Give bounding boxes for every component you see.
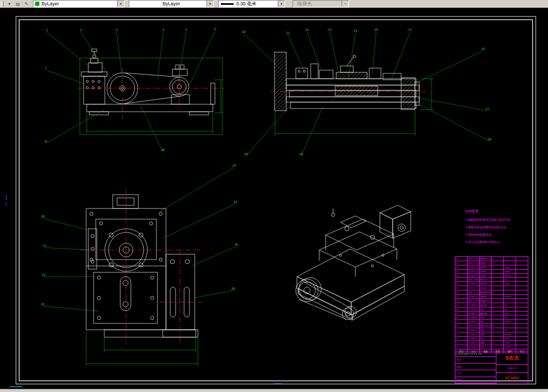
toolbar-overflow-icon[interactable]: ▾: [5, 1, 13, 7]
leader-line: [179, 32, 186, 79]
bom-cell: 20: [455, 265, 468, 269]
bom-cell: 端盖: [479, 340, 492, 345]
bom-cell: 02.M00-16: [467, 282, 479, 286]
bom-cell: 02.M00-8: [467, 315, 479, 320]
bom-cell: 21: [455, 261, 468, 265]
drawing-canvas[interactable]: 1234567830101112131415271617291819202122…: [0, 8, 548, 389]
bom-cell: [516, 257, 528, 261]
bom-cell: [516, 290, 528, 295]
balloon-number: 28: [231, 287, 235, 290]
bom-cell: Y90S-4: [467, 286, 479, 290]
bom-cell: 轴承6202: [479, 298, 492, 303]
bom-cell: 滑台: [479, 320, 492, 324]
bom-cell: 15: [455, 286, 468, 290]
bom-cell: 4: [492, 257, 504, 261]
bom-cell: 2: [492, 336, 504, 340]
color-control[interactable]: ByLayer ▼: [33, 0, 124, 7]
bom-cell: 45: [504, 303, 516, 307]
bom-cell: 8: [455, 315, 468, 320]
linetype-control[interactable]: ByLayer ▼: [129, 0, 214, 7]
plot-style-control: 随颜色 ▼: [293, 0, 349, 7]
balloon-number: 22: [41, 273, 46, 277]
bom-cell: [516, 278, 528, 282]
lineweight-control[interactable]: 0.30 毫米 ▼: [218, 0, 285, 7]
bom-cell: HT200: [504, 345, 516, 349]
bom-cell: 1: [492, 286, 504, 290]
bom-cell: 压板: [479, 328, 492, 332]
tech-note-line: 3.带轮传动张紧适当。: [466, 233, 524, 237]
bom-cell: [504, 257, 516, 261]
bom-cell: 1: [492, 269, 504, 273]
balloon-number: 13: [328, 28, 332, 31]
bom-cell: 17: [455, 278, 468, 282]
bom-cell: 02.M00-20: [467, 265, 479, 269]
bom-cell: [516, 328, 528, 332]
balloon-number: 30: [161, 148, 165, 152]
bom-row: 1802.M00-18小带轮1HT200: [455, 273, 528, 278]
drawing-scale: 比例 1:1: [496, 365, 528, 373]
leader-line: [244, 34, 281, 70]
leader-line: [117, 32, 122, 75]
leader-line: [392, 32, 410, 79]
balloon-number: 17: [485, 107, 489, 111]
bom-cell: 1: [492, 345, 504, 349]
bom-cell: [516, 265, 528, 269]
bom-cell: 支架: [479, 336, 492, 340]
balloon-number: 29: [487, 137, 492, 141]
bom-cell: HT200: [504, 273, 516, 278]
bom-cell: 1: [492, 332, 504, 337]
bom-cell: [504, 261, 516, 265]
balloon-number: 10: [242, 30, 246, 34]
bom-cell: 02.M00-18: [467, 273, 479, 278]
bom-cell: 02.M00-19: [467, 269, 479, 273]
bom-cell: GB/T 1096-2003: [467, 278, 479, 282]
balloon-number: 20: [40, 214, 45, 218]
bom-cell: [516, 307, 528, 311]
balloon-layer: 1234567830101112131415271617291819202122…: [40, 27, 492, 311]
color-swatch: [35, 2, 39, 6]
balloon-number: 14: [353, 29, 358, 32]
bottom-strip: [0, 389, 548, 392]
bom-cell: 2: [492, 340, 504, 345]
bom-cell: 螺钉M4×12: [479, 324, 492, 328]
bom-row: 17GB/T 1096-2003键4×20245: [455, 278, 528, 282]
bom-cell: 1: [492, 273, 504, 278]
drawing-number: 02.M00: [496, 373, 528, 383]
layers-icon[interactable]: ▤: [14, 1, 22, 7]
chevron-down-icon[interactable]: ▼: [206, 1, 213, 7]
leader-line: [288, 35, 304, 72]
chevron-down-icon[interactable]: ▼: [117, 1, 124, 7]
bom-cell: HT200: [504, 320, 516, 324]
bom-cell: 螺栓M6×16: [479, 257, 492, 261]
bom-cell: 4: [492, 328, 504, 332]
bom-cell: HT200: [504, 332, 516, 337]
bom-cell: 18: [455, 273, 468, 278]
bom-cell: [516, 311, 528, 315]
layer-properties-icon[interactable]: ✎: [22, 1, 30, 7]
balloon-number: 8: [45, 139, 47, 143]
color-value: ByLayer: [41, 1, 59, 6]
leader-line: [163, 204, 235, 239]
leader-line: [46, 110, 104, 144]
leader-line: [47, 32, 90, 68]
leader-line: [307, 32, 321, 70]
bom-cell: [516, 298, 528, 303]
leader-line: [194, 291, 233, 298]
bom-cell: 02.M00-1: [467, 345, 479, 349]
bom-row: 1602.M00-16电机座1Q235: [455, 282, 528, 286]
bom-cell: 2: [455, 340, 468, 345]
toolbar-grip[interactable]: [1, 1, 4, 7]
chevron-down-icon[interactable]: ▼: [278, 1, 285, 7]
bom-cell: HT200: [504, 269, 516, 273]
balloon-number: 16: [481, 47, 485, 51]
bom-cell: 02.M00-10: [467, 307, 479, 311]
balloon-number: 15: [374, 28, 378, 31]
bom-cell: 大带轮: [479, 269, 492, 273]
leader-line: [330, 32, 338, 73]
bom-cell: 02.M00-11: [467, 303, 479, 307]
bom-cell: 12: [455, 298, 468, 303]
bom-cell: 电机座: [479, 282, 492, 286]
bom-cell: 2: [492, 315, 504, 320]
leader-line: [43, 219, 88, 230]
leader-line: [418, 98, 487, 111]
